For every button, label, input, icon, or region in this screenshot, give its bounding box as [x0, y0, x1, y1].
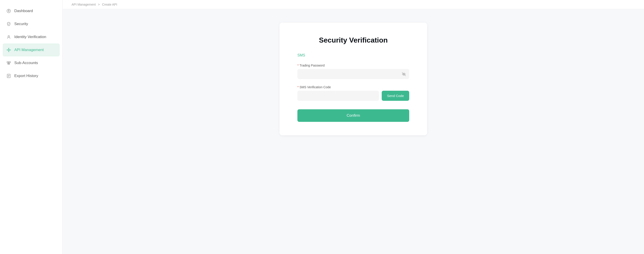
sidebar-item-api-management[interactable]: API Management: [3, 43, 60, 56]
trading-password-label-text: Trading Password: [300, 64, 324, 67]
sidebar-item-security-label: Security: [14, 22, 28, 26]
trading-password-required: *: [298, 64, 298, 67]
sidebar: Dashboard Security Identity Verification: [0, 0, 62, 254]
sidebar-item-export-label: Export History: [14, 74, 38, 78]
svg-rect-13: [7, 62, 8, 63]
sidebar-item-dashboard[interactable]: Dashboard: [0, 5, 62, 18]
trading-password-group: * Trading Password: [298, 64, 409, 79]
sms-code-row: Send Code: [298, 91, 409, 101]
svg-rect-15: [8, 64, 10, 65]
content-area: Security Verification SMS * Trading Pass…: [62, 9, 644, 254]
svg-point-4: [8, 49, 10, 51]
svg-point-3: [8, 36, 10, 37]
sidebar-item-identity[interactable]: Identity Verification: [0, 31, 62, 43]
sidebar-item-dashboard-label: Dashboard: [14, 9, 33, 13]
breadcrumb-parent: API Management: [72, 3, 96, 6]
dashboard-icon: [6, 9, 11, 14]
trading-password-wrapper: [298, 69, 409, 79]
sms-code-label: * SMS Verification Code: [298, 85, 409, 89]
sms-code-input[interactable]: [298, 91, 379, 101]
svg-point-5: [8, 48, 9, 49]
sms-section-label: SMS: [298, 53, 409, 57]
trading-password-input[interactable]: [298, 69, 409, 79]
sidebar-item-sub-accounts-label: Sub-Accounts: [14, 61, 38, 65]
trading-password-label: * Trading Password: [298, 64, 409, 67]
sidebar-item-export-history[interactable]: Export History: [0, 69, 62, 82]
verification-card: Security Verification SMS * Trading Pass…: [280, 23, 427, 135]
export-icon: [6, 73, 11, 78]
breadcrumb-current: Create API: [102, 3, 117, 6]
send-code-button[interactable]: Send Code: [382, 91, 409, 101]
sidebar-item-sub-accounts[interactable]: Sub-Accounts: [0, 56, 62, 69]
main-content: API Management > Create API Security Ver…: [62, 0, 644, 254]
svg-point-6: [8, 51, 9, 52]
sidebar-item-identity-label: Identity Verification: [14, 35, 46, 39]
page-title: Security Verification: [298, 36, 409, 44]
svg-point-7: [7, 50, 8, 50]
sidebar-item-api-label: API Management: [14, 48, 44, 52]
sub-accounts-icon: [6, 60, 11, 65]
sms-code-required: *: [298, 85, 298, 89]
svg-rect-14: [9, 62, 10, 63]
breadcrumb: API Management > Create API: [62, 0, 644, 9]
sms-code-label-text: SMS Verification Code: [300, 85, 331, 89]
svg-point-8: [10, 50, 11, 50]
sidebar-item-security[interactable]: Security: [0, 18, 62, 31]
api-icon: [6, 48, 11, 52]
breadcrumb-separator: >: [98, 3, 100, 6]
sms-code-group: * SMS Verification Code Send Code: [298, 85, 409, 101]
confirm-button[interactable]: Confirm: [298, 109, 409, 122]
svg-point-1: [8, 11, 10, 12]
security-icon: [6, 22, 11, 27]
identity-icon: [6, 35, 11, 39]
toggle-password-icon[interactable]: [402, 72, 406, 76]
